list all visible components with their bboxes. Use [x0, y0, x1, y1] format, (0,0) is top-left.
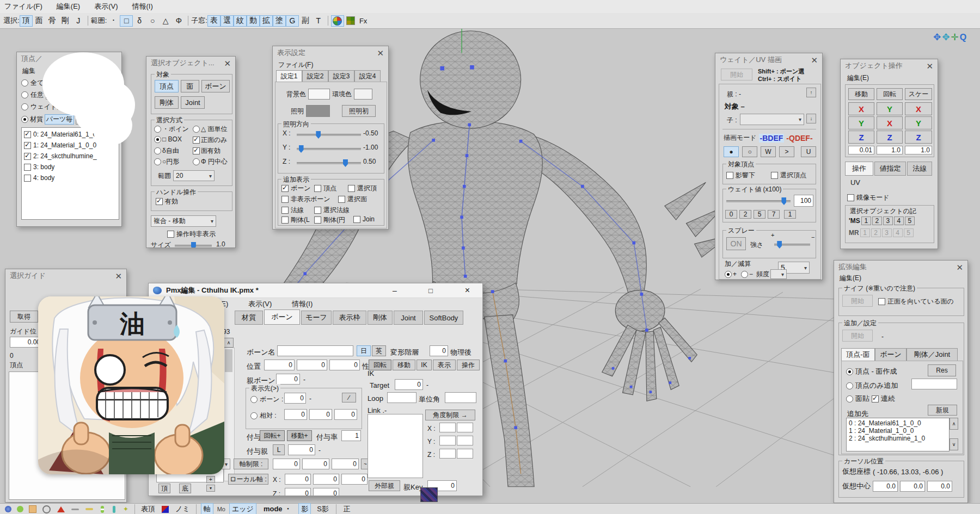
ik-z1-input[interactable]	[439, 449, 456, 459]
knife-front-checkbox[interactable]	[878, 298, 885, 305]
list-down-button[interactable]: ▾	[206, 485, 215, 492]
dest-scroll-down[interactable]: ∨	[950, 438, 958, 450]
front-only-checkbox[interactable]	[193, 137, 200, 144]
subwin-display-button[interactable]: 表	[207, 15, 220, 27]
center-z-input[interactable]: 0.0	[927, 481, 952, 492]
list-add-button[interactable]: +	[206, 476, 215, 483]
range-box-button[interactable]: □	[120, 15, 133, 27]
rotate-button[interactable]: 回転	[877, 88, 903, 100]
preset-75-button[interactable]: 7	[768, 210, 780, 219]
ms-3-button[interactable]: 3	[883, 216, 893, 225]
pmx-titlebar[interactable]: Pmx編集 - Cthulhu IK.pmx * – □ ×	[149, 283, 482, 298]
tab-vertex-face[interactable]: 頂点-面	[841, 348, 875, 361]
grant-local-button[interactable]: L	[273, 444, 285, 455]
tab-rigid[interactable]: 剛体	[367, 311, 393, 325]
ik-x1-input[interactable]	[439, 423, 456, 432]
method-point-radio[interactable]	[154, 126, 161, 133]
brush-dot-button[interactable]: ●	[724, 146, 739, 157]
dest-item[interactable]: 0 : 24_Material61_1_0_0	[849, 419, 951, 427]
show-hiddenbone-checkbox[interactable]	[281, 196, 289, 203]
ik-y1-input[interactable]	[439, 436, 456, 445]
tab-settings3[interactable]: 設定3	[328, 70, 354, 82]
status-mode-dropdown[interactable]: mode ・	[264, 504, 291, 514]
method-box-radio[interactable]	[154, 136, 161, 143]
guide-pos-input[interactable]: 0.00	[10, 337, 42, 348]
bg-color-swatch[interactable]	[308, 89, 330, 100]
maximize-button[interactable]: □	[416, 283, 445, 298]
close-icon[interactable]: ✕	[811, 56, 818, 64]
continuous-checkbox[interactable]	[872, 395, 879, 402]
ik-link-list[interactable]	[367, 414, 423, 478]
mr-5-button[interactable]: 5	[904, 228, 914, 237]
move-z-button[interactable]: Z	[848, 131, 874, 144]
bone-name-input[interactable]	[277, 345, 353, 356]
tab-rigid-joint[interactable]: 剛体／Joint	[906, 348, 958, 361]
subwin-paint-button[interactable]: 塗	[273, 15, 286, 27]
flag-visible-button[interactable]: 表示	[433, 360, 456, 370]
ik-unit-input[interactable]	[445, 392, 476, 403]
selected-vertex-checkbox[interactable]	[771, 172, 778, 179]
method-circlecenter-radio[interactable]	[193, 158, 200, 165]
face-paste-radio[interactable]	[846, 395, 853, 402]
handle-mode-dropdown[interactable]: 複合 - 移動	[151, 215, 216, 227]
grant-move-button[interactable]: 移動+	[287, 430, 312, 441]
scale-button[interactable]: スケー	[905, 88, 932, 100]
subwin-extend-button[interactable]: 拡	[260, 15, 273, 27]
preset-25-button[interactable]: 2	[739, 210, 751, 219]
axis-z-input[interactable]: 0	[332, 459, 359, 469]
tab-bone[interactable]: ボーン	[264, 309, 300, 325]
axis-limit-button[interactable]: 軸制限 :	[234, 459, 268, 469]
rotate-y-button[interactable]: Y	[877, 102, 903, 115]
new-material-button[interactable]: 新規	[928, 405, 957, 416]
axis-gizmo-icon[interactable]	[331, 15, 344, 27]
tab-joint[interactable]: Joint	[394, 311, 423, 325]
pos-y-input[interactable]: 0	[297, 360, 327, 370]
material-1-checkbox[interactable]	[24, 142, 31, 149]
rel-z-input[interactable]: 0	[334, 409, 357, 420]
weight-start-button[interactable]: 開始	[721, 69, 752, 80]
status-yellow-wave-icon[interactable]	[85, 508, 93, 510]
local-x2-input[interactable]: 0	[313, 474, 339, 485]
spray-strength-slider[interactable]	[774, 244, 810, 246]
tab-settings1[interactable]: 設定1	[276, 70, 302, 82]
grant-parent-input[interactable]: 0	[288, 444, 315, 455]
qdef-mode-button[interactable]: -QDEF-	[786, 134, 812, 143]
show-normal-checkbox[interactable]	[281, 207, 289, 214]
material-3-checkbox[interactable]	[24, 164, 31, 171]
pos-x-input[interactable]: 0	[264, 360, 295, 370]
dest-item[interactable]: 2 : 24_skcthulhumine_1_0	[849, 435, 951, 442]
mr-4-button[interactable]: 4	[893, 228, 903, 237]
status-teal-bar-icon[interactable]	[113, 506, 115, 513]
status-sshadow-toggle[interactable]: S影	[317, 504, 329, 514]
material-2-checkbox[interactable]	[24, 153, 31, 160]
range-point-button[interactable]: ・	[107, 15, 120, 27]
mask-all-radio[interactable]	[21, 79, 28, 86]
subwin-motion-button[interactable]: 動	[247, 15, 260, 27]
scale-x-button[interactable]: X	[905, 102, 932, 115]
material-0-checkbox[interactable]	[24, 131, 31, 138]
rotate-step-input[interactable]: 1.0	[877, 146, 903, 154]
mr-3-button[interactable]: 3	[882, 228, 892, 237]
show-vertex-checkbox[interactable]	[314, 185, 321, 192]
local-x1-input[interactable]: 0	[285, 474, 311, 485]
move-step-input[interactable]: 0.01	[848, 146, 874, 154]
parent-bone-input[interactable]: 0	[276, 374, 300, 385]
preset-0-button[interactable]: 0	[725, 210, 737, 219]
close-icon[interactable]: ✕	[115, 272, 122, 280]
rel-x-input[interactable]: 0	[284, 409, 307, 420]
handle-size-slider[interactable]	[175, 245, 212, 247]
sub-radio[interactable]	[741, 271, 748, 278]
ms-2-button[interactable]: 2	[872, 216, 882, 225]
tab-settings4[interactable]: 設定4	[354, 70, 381, 82]
status-shadow-toggle[interactable]: 影	[298, 503, 311, 514]
show-joint-checkbox[interactable]	[353, 216, 360, 223]
target-vertex-button[interactable]: 頂点	[155, 80, 179, 92]
ik-y2-input[interactable]	[457, 436, 473, 445]
create-face-radio[interactable]	[846, 368, 853, 375]
display-menu-file[interactable]: ファイル(F)	[278, 60, 313, 70]
objop-menu-edit[interactable]: 編集(E)	[847, 73, 869, 83]
status-blue-dot-icon[interactable]	[5, 506, 11, 512]
light-init-button[interactable]: 照明初	[342, 105, 376, 117]
mirror-mode-checkbox[interactable]	[847, 194, 854, 201]
show-rigid-c-checkbox[interactable]	[314, 216, 321, 224]
